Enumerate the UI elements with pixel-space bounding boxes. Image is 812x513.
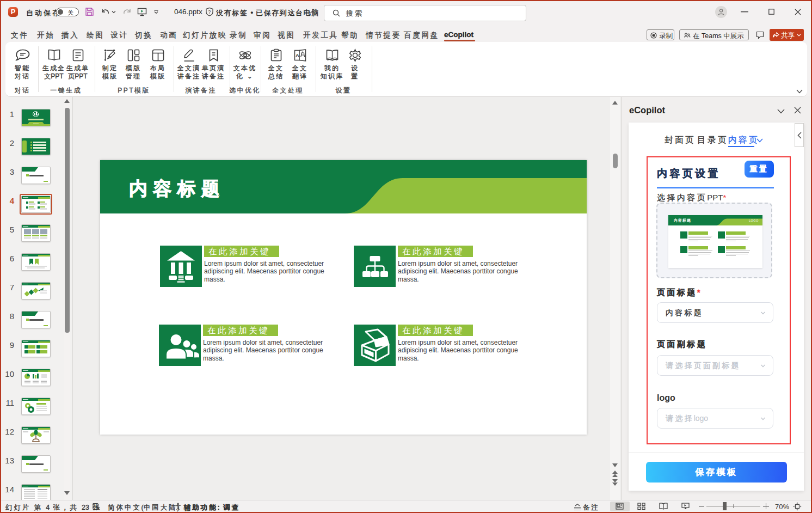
svg-text:?: ? [208, 9, 211, 15]
svg-text:A: A [296, 52, 299, 58]
